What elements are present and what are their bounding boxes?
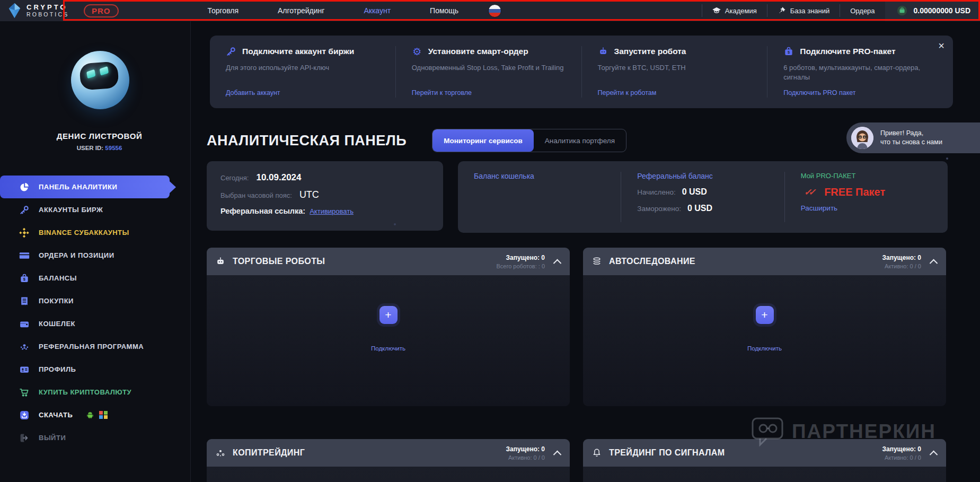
connect-label[interactable]: Подключить xyxy=(371,345,405,352)
logo-text-line1: CRYPTO xyxy=(27,4,69,12)
expand-package-link[interactable]: Расширить xyxy=(801,204,932,212)
topbar-right: Академия База знаний Ордера 0.00000000 U… xyxy=(702,0,980,21)
accrued-label: Начислено: xyxy=(637,188,675,196)
referral-link-label: Реферальная ссылка: xyxy=(220,207,305,215)
robot-icon xyxy=(598,46,608,57)
pro-package-value: FREE Пакет xyxy=(824,186,885,198)
tab-portfolio-analytics[interactable]: Аналитика портфеля xyxy=(534,129,626,152)
sidebar-item-logout[interactable]: ВЫЙТИ xyxy=(0,426,190,449)
robot-icon xyxy=(215,256,226,267)
sidebar-item-wallet[interactable]: КОШЕЛЕК xyxy=(0,312,190,335)
receipt-icon xyxy=(19,296,30,306)
panel-trading-robots: ТОРГОВЫЕ РОБОТЫ Запущено: 0 Всего робото… xyxy=(207,248,570,406)
panel-body xyxy=(583,467,946,482)
windows-icon[interactable] xyxy=(99,411,108,419)
wallet-balance-widget[interactable]: 0.00000000 USD xyxy=(885,0,980,21)
topbar: CRYPTO ROBOTICS PRO Торговля Алготрейдин… xyxy=(0,0,980,21)
add-connection-button[interactable]: + xyxy=(379,306,398,324)
onboarding-banner: × Подключите аккаунт биржи Для этого исп… xyxy=(210,36,953,108)
logo[interactable]: CRYPTO ROBOTICS xyxy=(0,3,70,19)
sidebar-item-purchases[interactable]: ПОКУПКИ xyxy=(0,290,190,312)
referral-balance-section: Реферальный баланс Начислено: 0 USD Замо… xyxy=(621,172,784,222)
tab-service-monitoring[interactable]: Мониторинг сервисов xyxy=(432,129,534,152)
panel-header: КОПИТРЕЙДИНГ Запущено: 0 Активно: 0 / 0 xyxy=(207,439,570,467)
academy-label: Академия xyxy=(725,7,757,15)
panel-body xyxy=(207,467,570,482)
pro-package-title: Мой PRO-ПАКЕТ xyxy=(801,172,932,180)
graduation-cap-icon xyxy=(712,6,721,15)
chevron-up-icon[interactable] xyxy=(553,259,562,267)
download-icon xyxy=(19,410,30,420)
chevron-up-icon[interactable] xyxy=(930,259,938,267)
logo-text-line2: ROBOTICS xyxy=(27,11,69,17)
activate-referral-link[interactable]: Активировать xyxy=(310,207,354,215)
sidebar-item-orders-positions[interactable]: ОРДЕРА И ПОЗИЦИИ xyxy=(0,244,190,267)
balances-card: Баланс кошелька Реферальный баланс Начис… xyxy=(458,161,948,233)
nav-help[interactable]: Помощь xyxy=(430,6,458,15)
bell-icon xyxy=(591,448,602,458)
knowledge-base-label: База знаний xyxy=(790,7,830,15)
binance-icon xyxy=(19,227,30,238)
go-to-trading-link[interactable]: Перейти к торговле xyxy=(412,89,472,97)
support-agent-avatar xyxy=(851,127,873,149)
chevron-up-icon[interactable] xyxy=(553,450,562,459)
onboarding-card-title: Подключите аккаунт биржи xyxy=(242,47,354,56)
user-id-value: 59556 xyxy=(105,145,122,151)
connect-label[interactable]: Подключить xyxy=(747,345,782,352)
onboarding-card-exchange: Подключите аккаунт биржи Для этого испол… xyxy=(210,46,395,98)
onboarding-card-title: Запустите робота xyxy=(614,47,686,56)
panel-body: + Подключить xyxy=(207,275,570,406)
go-to-robots-link[interactable]: Перейти к роботам xyxy=(598,89,657,97)
orders-link[interactable]: Ордера xyxy=(840,0,885,21)
sidebar-item-profile[interactable]: ПРОФИЛЬ xyxy=(0,358,190,381)
panel-title: ТРЕЙДИНГ ПО СИГНАЛАМ xyxy=(609,448,725,458)
panel-autofollow: АВТОСЛЕДОВАНИЕ Запущено: 0 Активно: 0 / … xyxy=(583,248,946,406)
wallet-balance-section: Баланс кошелька xyxy=(458,172,621,222)
onboarding-card-smart-order: ⚙ Установите смарт-ордер Одновременный S… xyxy=(395,46,581,98)
sidebar-item-balances[interactable]: $ БАЛАНСЫ xyxy=(0,267,190,290)
pin-icon xyxy=(778,6,786,15)
sidebar-item-label: BINANCE СУБАККАУНТЫ xyxy=(39,229,129,236)
academy-link[interactable]: Академия xyxy=(702,0,767,21)
sidebar-item-label: ОРДЕРА И ПОЗИЦИИ xyxy=(39,251,114,259)
launched-count: Запущено: 0 xyxy=(496,254,545,261)
knowledge-base-link[interactable]: База знаний xyxy=(767,0,840,21)
android-icon[interactable] xyxy=(86,411,94,419)
today-value: 10.09.2024 xyxy=(256,172,301,183)
panel-header: ТОРГОВЫЕ РОБОТЫ Запущено: 0 Всего робото… xyxy=(207,248,570,275)
onboarding-card-desc: 6 роботов, мультиаккаунты, смарт-ордера,… xyxy=(783,63,937,82)
accrued-value: 0 USD xyxy=(682,187,707,197)
user-id: USER ID: 59556 xyxy=(0,145,190,151)
sidebar-item-exchange-accounts[interactable]: АККАУНТЫ БИРЖ xyxy=(0,198,190,221)
wallet-balance-value: 0.00000000 USD xyxy=(914,6,970,15)
add-account-link[interactable]: Добавить аккаунт xyxy=(226,89,280,97)
sidebar-item-referral-program[interactable]: РЕФЕРАЛЬНАЯ ПРОГРАММА xyxy=(0,335,190,358)
active-count: Активно: 0 / 0 xyxy=(882,263,922,269)
sidebar-item-buy-crypto[interactable]: КУПИТЬ КРИПТОВАЛЮТУ xyxy=(0,381,190,404)
connect-pro-link[interactable]: Подключить PRO пакет xyxy=(783,89,855,97)
sidebar-item-analytics-panel[interactable]: ПАНЕЛЬ АНАЛИТИКИ xyxy=(0,176,170,198)
nav-algotrading[interactable]: Алготрейдинг xyxy=(278,6,324,15)
onboarding-card-title: Установите смарт-ордер xyxy=(428,47,528,56)
sidebar-item-label: ПРОФИЛЬ xyxy=(39,365,76,373)
sidebar-item-download[interactable]: СКАЧАТЬ xyxy=(0,404,190,426)
onboarding-card-pro: $ Подключите PRO-пакет 6 роботов, мульти… xyxy=(767,46,953,98)
nav-account[interactable]: Аккаунт xyxy=(364,6,391,15)
briefcase-icon: $ xyxy=(783,46,794,57)
sidebar-item-binance-subaccounts[interactable]: BINANCE СУБАККАУНТЫ xyxy=(0,221,190,244)
chevron-up-icon[interactable] xyxy=(930,450,938,459)
wallet-balance-title: Баланс кошелька xyxy=(474,172,605,180)
gear-icon: ⚙ xyxy=(412,46,422,57)
support-chat-bubble[interactable]: Привет! Рада, что ты снова с нами xyxy=(846,122,980,153)
nav-trading[interactable]: Торговля xyxy=(208,6,239,15)
language-flag-ru-icon[interactable] xyxy=(488,4,501,17)
launched-count: Запущено: 0 xyxy=(506,445,545,453)
sidebar-item-label: ПОКУПКИ xyxy=(39,297,74,305)
add-connection-button[interactable]: + xyxy=(756,306,774,324)
panel-title: АВТОСЛЕДОВАНИЕ xyxy=(609,257,695,266)
onboarding-card-desc: Торгуйте к BTC, USDT, ETH xyxy=(598,63,752,73)
pro-badge[interactable]: PRO xyxy=(84,4,119,17)
sidebar-item-label: СКАЧАТЬ xyxy=(39,411,73,419)
sidebar: ДЕНИС ЛИСТРОВОЙ USER ID: 59556 ПАНЕЛЬ АН… xyxy=(0,21,191,482)
panel-header: АВТОСЛЕДОВАНИЕ Запущено: 0 Активно: 0 / … xyxy=(583,248,946,275)
